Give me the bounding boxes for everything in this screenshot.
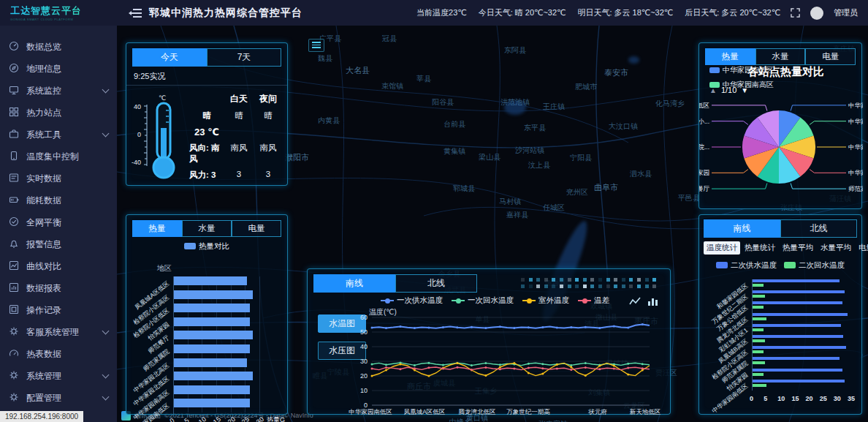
right-line-tab-2[interactable]: 北线 bbox=[780, 219, 857, 238]
sidebar-item-label: 操作记录 bbox=[26, 304, 61, 317]
bar-chart-type-icon[interactable] bbox=[647, 295, 658, 307]
sidebar-collapse-icon[interactable] bbox=[129, 8, 142, 18]
line-legend-item[interactable]: 一次供水温度 bbox=[381, 295, 443, 306]
sidebar-item-label: 报警信息 bbox=[26, 238, 61, 251]
sidebar-item-17[interactable]: 配置管理 bbox=[0, 387, 117, 409]
pie-callout-label: 中华家园南低区 bbox=[848, 102, 863, 109]
center-line-tab-1[interactable]: 南线 bbox=[313, 274, 395, 293]
sidebar-item-11[interactable]: 曲线对比 bbox=[0, 255, 117, 277]
dashboard-root: 工达智慧云平台 GONGDA SMART CLOUD PLATFORM 郓城中润… bbox=[0, 0, 868, 422]
pie-legend-item[interactable]: 中华家园南高区 bbox=[709, 80, 774, 90]
sidebar-item-label: 能耗数据 bbox=[26, 195, 61, 207]
map-place-label: 任城区 bbox=[543, 203, 565, 213]
app-logo: 工达智慧云平台 GONGDA SMART CLOUD PLATFORM bbox=[0, 0, 117, 26]
left-panel-tab-1[interactable]: 热量 bbox=[132, 220, 182, 237]
right-subtab-5[interactable]: 电量平均 bbox=[856, 241, 868, 255]
app-header: 工达智慧云平台 GONGDA SMART CLOUD PLATFORM 郓城中润… bbox=[0, 0, 868, 26]
chart-mode-button-1[interactable]: 水温图 bbox=[318, 314, 366, 333]
right-subtab-1[interactable]: 温度统计 bbox=[704, 241, 740, 255]
map-place-label: 台前县 bbox=[443, 119, 465, 129]
page-title: 郓城中润热力热网综合管控平台 bbox=[149, 7, 302, 20]
center-line-tab-2[interactable]: 北线 bbox=[395, 274, 477, 293]
map-place-label: 宁阳县 bbox=[570, 153, 592, 163]
fullscreen-icon[interactable] bbox=[791, 8, 800, 18]
chart-mode-button-2[interactable]: 水压图 bbox=[318, 342, 366, 360]
sidebar-item-4[interactable]: 热力站点 bbox=[0, 102, 117, 124]
pie-chart-title: 各站点热量对比 bbox=[747, 65, 824, 79]
map-place-label: 肥城市 bbox=[575, 82, 597, 92]
sidebar-item-12[interactable]: 数据报表 bbox=[0, 277, 117, 299]
sidebar-nav: 数据总览地理信息系统监控热力站点系统工具温度集中控制实时数据能耗数据全网平衡报警… bbox=[0, 26, 117, 422]
pie-panel-tab-2[interactable]: 水量 bbox=[755, 48, 806, 65]
weather-table: 白天 夜间 晴 晴 晴 23 ℃ 风向: 南风 南风 南风 风力: 3 3 3 bbox=[189, 90, 283, 184]
sidebar-item-9[interactable]: 全网平衡 bbox=[0, 211, 117, 233]
right-legend-item[interactable]: 二次回水温度 bbox=[784, 260, 845, 271]
left-legend-label: 热量对比 bbox=[199, 241, 229, 250]
sidebar-item-14[interactable]: 客服系统管理 bbox=[0, 321, 117, 343]
sidebar-item-13[interactable]: 操作记录 bbox=[0, 299, 117, 321]
sidebar-item-2[interactable]: 地理信息 bbox=[0, 58, 117, 80]
pie-panel-tab-1[interactable]: 热量 bbox=[705, 48, 755, 65]
sidebar-item-7[interactable]: 实时数据 bbox=[0, 167, 117, 189]
pie-callout-label: 中华家园... bbox=[848, 169, 863, 176]
gear-icon bbox=[9, 326, 19, 339]
sidebar-item-1[interactable]: 数据总览 bbox=[0, 36, 117, 58]
return-temp-bar bbox=[753, 373, 764, 376]
heat-bar bbox=[174, 358, 247, 367]
pie-callout-label: 师范餐厅 bbox=[699, 185, 710, 192]
map-place-label: 洪范池镇 bbox=[500, 97, 530, 108]
map-place-label: 泰安市 bbox=[604, 67, 628, 78]
left-panel-tab-2[interactable]: 水量 bbox=[182, 220, 232, 237]
sidebar-item-8[interactable]: 能耗数据 bbox=[0, 189, 117, 211]
panel-toggle-icon[interactable] bbox=[308, 39, 324, 52]
now-temperature: 23 ℃ bbox=[189, 127, 224, 137]
line-legend-item[interactable]: 室外温度 bbox=[522, 295, 569, 306]
grid-line bbox=[259, 276, 260, 412]
map-place-label: 濮阳市 bbox=[285, 152, 309, 163]
gear-icon bbox=[9, 392, 19, 404]
right-line-tab-1[interactable]: 南线 bbox=[704, 219, 780, 238]
x-axis-tick: 0 bbox=[750, 395, 753, 402]
day-wind: 南风 bbox=[224, 143, 254, 165]
sidebar-item-3[interactable]: 系统监控 bbox=[0, 80, 117, 102]
pie-callout-label: 检察院小... bbox=[699, 118, 709, 125]
sidebar-item-label: 全网平衡 bbox=[26, 216, 61, 229]
line-legend-item[interactable]: 温差 bbox=[578, 295, 609, 306]
left-panel-tab-3[interactable]: 电量 bbox=[232, 220, 281, 237]
return-temp-bar bbox=[753, 361, 765, 364]
right-legend-item[interactable]: 二次供水温度 bbox=[716, 260, 777, 271]
weather-tab-2[interactable]: 7天 bbox=[207, 48, 281, 67]
sidebar-item-label: 热力站点 bbox=[26, 107, 61, 119]
line-legend-item[interactable]: 一次回水温度 bbox=[452, 295, 514, 306]
chevron-down-icon bbox=[102, 372, 110, 379]
sidebar-item-16[interactable]: 系统管理 bbox=[0, 365, 117, 387]
map-place-label: 内黄县 bbox=[318, 116, 340, 126]
map-place-label: 大汶口镇 bbox=[609, 121, 638, 132]
line-chart-type-icon[interactable] bbox=[629, 295, 641, 307]
pie-panel-tab-3[interactable]: 电量 bbox=[805, 48, 856, 65]
heat-bar bbox=[174, 331, 253, 339]
right-subtab-3[interactable]: 热量平均 bbox=[780, 241, 816, 255]
gauge-icon bbox=[9, 41, 19, 53]
weather-tab-1[interactable]: 今天 bbox=[132, 48, 207, 67]
x-axis-tick: 10 bbox=[777, 395, 785, 402]
right-subtab-4[interactable]: 水量平均 bbox=[818, 241, 854, 255]
sidebar-item-6[interactable]: 温度集中控制 bbox=[0, 146, 117, 167]
right-subtab-2[interactable]: 热量统计 bbox=[742, 241, 778, 255]
sidebar-item-15[interactable]: 热表数据 bbox=[0, 343, 117, 365]
weather-col-day: 白天 bbox=[224, 93, 254, 105]
browser-status-url: 192.168.254.196:8000 bbox=[0, 411, 83, 422]
user-avatar[interactable] bbox=[810, 7, 823, 20]
pie-callout-label: 中华家... bbox=[848, 143, 863, 151]
sidebar-item-label: 实时数据 bbox=[26, 173, 61, 185]
left-chart-plot: 凤凰城A区低区检察院小区高区检察院小区低区怡笑家园师范餐厅师范家属院中华家园北高… bbox=[126, 272, 287, 414]
sidebar-item-5[interactable]: 系统工具 bbox=[0, 124, 117, 146]
weather-panel: 今天7天 9:25实况 ℃ 40 0 -40 白天 bbox=[126, 42, 288, 186]
day-wind-power: 3 bbox=[224, 170, 254, 181]
return-temp-bar bbox=[753, 295, 765, 298]
report-icon bbox=[9, 282, 19, 295]
thermometer-unit: ℃ bbox=[159, 94, 166, 102]
weather-time-note: 9:25实况 bbox=[126, 67, 287, 86]
header-weather-item: 今日天气: 晴 20℃~32℃ bbox=[479, 7, 566, 18]
sidebar-item-10[interactable]: 报警信息 bbox=[0, 233, 117, 255]
